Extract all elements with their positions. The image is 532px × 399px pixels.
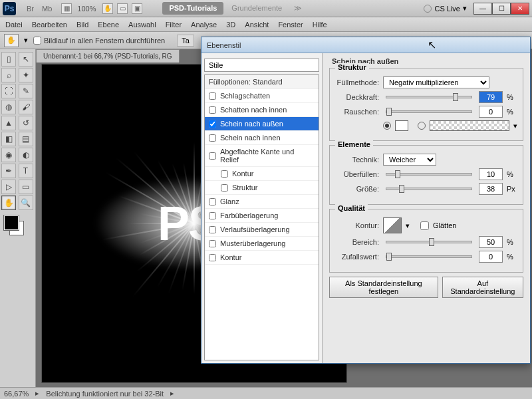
toolbox: ▯ ↖ ⌕ ✦ ⛶ ✎ ◍ 🖌 ▲ ↺ ◧ ▤ ◉ ◐ ✒ T ▷ ▭ ✋ 🔍 <box>0 49 36 387</box>
technique-select[interactable]: Weicher <box>383 154 436 166</box>
menu-ebene[interactable]: Ebene <box>98 21 119 29</box>
gradient-overlay-item[interactable]: Verlaufsüberlagerung <box>205 223 319 237</box>
active-doc-tab[interactable]: PSD-Tutorials <box>162 2 223 15</box>
pattern-overlay-item[interactable]: Musterüberlagerung <box>205 237 319 251</box>
jitter-input[interactable] <box>479 251 503 263</box>
eraser-tool[interactable]: ◧ <box>1 132 16 146</box>
zoom-percent[interactable]: 100% <box>77 5 96 13</box>
range-input[interactable] <box>479 236 503 248</box>
inner-glow-item[interactable]: Schein nach innen <box>205 131 319 145</box>
wand-tool[interactable]: ✦ <box>19 68 33 82</box>
move-tool[interactable]: ▯ <box>1 52 16 66</box>
blend-mode-label: Füllmethode: <box>335 78 379 86</box>
zoom-icon[interactable]: ▦ <box>61 3 72 14</box>
type-tool[interactable]: T <box>19 164 33 178</box>
history-tool[interactable]: ↺ <box>19 116 33 130</box>
noise-slider[interactable] <box>386 110 472 113</box>
document-tab[interactable]: Unbenannt-1 bei 66,7% (PSD-Tutorials, RG <box>36 49 180 63</box>
lasso-tool[interactable]: ⌕ <box>1 68 16 82</box>
menu-datei[interactable]: Datei <box>5 21 23 29</box>
fg-color-swatch[interactable] <box>4 215 19 230</box>
drop-shadow-item[interactable]: Schlagschatten <box>205 89 319 103</box>
heal-tool[interactable]: ◍ <box>1 100 16 114</box>
pen-tool[interactable]: ✒ <box>1 164 16 178</box>
minimize-button[interactable]: — <box>473 3 492 15</box>
scroll-all-input[interactable] <box>33 37 41 45</box>
satin-item[interactable]: Glanz <box>205 195 319 209</box>
brush-tool[interactable]: 🖌 <box>19 100 33 114</box>
eyedropper-tool[interactable]: ✎ <box>19 84 33 98</box>
range-slider[interactable] <box>386 241 472 243</box>
status-zoom[interactable]: 66,67% <box>4 390 29 398</box>
maximize-button[interactable]: ☐ <box>492 3 511 15</box>
mb-tab[interactable]: Mb <box>39 3 55 14</box>
ta-button[interactable]: Ta <box>177 35 194 47</box>
menu-filter[interactable]: Filter <box>166 21 182 29</box>
spread-input[interactable] <box>479 168 503 180</box>
blend-mode-select[interactable]: Negativ multiplizieren <box>383 76 489 88</box>
menu-hilfe[interactable]: Hilfe <box>313 21 327 29</box>
reset-default-button[interactable]: Auf Standardeinstellung <box>442 277 523 298</box>
stamp-tool[interactable]: ▲ <box>1 116 16 130</box>
blend-options-item[interactable]: Fülloptionen: Standard <box>205 75 319 89</box>
path-tool[interactable]: ▷ <box>1 180 16 194</box>
opacity-slider[interactable] <box>386 96 472 98</box>
status-arrow-icon[interactable]: ▸ <box>35 389 39 398</box>
menu-ansicht[interactable]: Ansicht <box>245 21 269 29</box>
texture-sub-item[interactable]: Struktur <box>205 181 319 195</box>
shape-tool[interactable]: ▭ <box>19 180 33 194</box>
size-slider[interactable] <box>386 188 472 190</box>
view-icon[interactable]: ▭ <box>117 3 128 14</box>
color-swatches[interactable] <box>4 215 31 237</box>
color-radio[interactable] <box>383 122 391 130</box>
noise-input[interactable] <box>479 106 503 118</box>
close-button[interactable]: ✕ <box>511 3 529 15</box>
gradient-radio[interactable] <box>418 122 426 130</box>
menu-bild[interactable]: Bild <box>76 21 88 29</box>
screen-icon[interactable]: ▣ <box>132 3 142 14</box>
menu-bearbeiten[interactable]: Bearbeiten <box>32 21 67 29</box>
status-arrow-icon[interactable]: ▸ <box>170 389 174 398</box>
inner-shadow-item[interactable]: Schatten nach innen <box>205 103 319 117</box>
hand-icon[interactable]: ✋ <box>102 3 113 14</box>
blur-tool[interactable]: ◉ <box>1 148 16 162</box>
pct-unit: % <box>507 238 517 246</box>
outer-glow-item[interactable]: Schein nach außen <box>205 117 319 131</box>
doc-name[interactable]: Grundelemente <box>226 2 287 15</box>
color-overlay-item[interactable]: Farbüberlagerung <box>205 209 319 223</box>
gradient-picker[interactable] <box>430 120 509 131</box>
marquee-tool[interactable]: ↖ <box>19 52 33 66</box>
make-default-button[interactable]: Als Standardeinstellung festlegen <box>329 277 438 298</box>
menu-analyse[interactable]: Analyse <box>191 21 217 29</box>
contour-picker[interactable] <box>383 217 402 233</box>
br-tab[interactable]: Br <box>24 3 37 14</box>
hand-tool-icon[interactable]: ✋ <box>4 34 19 47</box>
scroll-all-checkbox[interactable]: Bildlauf in allen Fenstern durchführen <box>33 37 165 45</box>
dialog-titlebar[interactable]: Ebenenstil ↖ <box>201 37 530 53</box>
chevron-right-icon[interactable]: ≫ <box>290 2 306 15</box>
chevron-down-icon[interactable]: ▾ <box>406 221 410 230</box>
struktur-fieldset: Struktur Füllmethode: Negativ multiplizi… <box>329 68 523 141</box>
hand-tool[interactable]: ✋ <box>1 196 16 210</box>
chevron-down-icon[interactable]: ▾ <box>24 36 28 45</box>
zoom-tool[interactable]: 🔍 <box>19 196 33 210</box>
menu-3d[interactable]: 3D <box>226 21 235 29</box>
menu-auswahl[interactable]: Auswahl <box>128 21 156 29</box>
size-label: Größe: <box>335 185 379 193</box>
cslive[interactable]: CS Live ▾ <box>424 4 467 13</box>
crop-tool[interactable]: ⛶ <box>1 84 16 98</box>
titlebar: Ps Br Mb ▦ 100% ✋ ▭ ▣ PSD-Tutorials Grun… <box>0 0 532 17</box>
dodge-tool[interactable]: ◐ <box>19 148 33 162</box>
gradient-tool[interactable]: ▤ <box>19 132 33 146</box>
jitter-slider[interactable] <box>386 255 472 258</box>
bevel-item[interactable]: Abgeflachte Kante und Relief <box>205 145 319 167</box>
spread-slider[interactable] <box>386 173 472 176</box>
color-picker[interactable] <box>395 120 408 131</box>
contour-sub-item[interactable]: Kontur <box>205 167 319 181</box>
chevron-down-icon[interactable]: ▾ <box>513 122 517 130</box>
anti-alias-checkbox[interactable] <box>420 221 429 230</box>
opacity-input[interactable] <box>479 91 503 103</box>
stroke-item[interactable]: Kontur <box>205 251 319 265</box>
size-input[interactable] <box>479 183 503 195</box>
menu-fenster[interactable]: Fenster <box>278 21 303 29</box>
